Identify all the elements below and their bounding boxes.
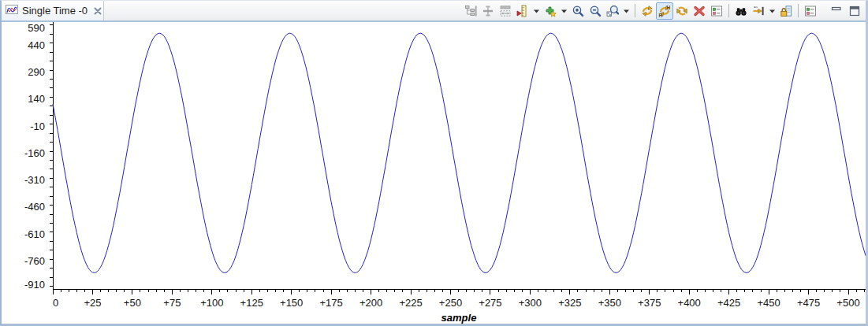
view-menu-icon [804, 5, 817, 17]
toolbar-separator [798, 4, 799, 17]
window-buttons [829, 3, 862, 19]
update-arrows-button[interactable] [673, 2, 691, 20]
minimize-button[interactable] [829, 3, 844, 19]
ruler-marker-dropdown[interactable] [531, 2, 542, 20]
legend-panel-button[interactable] [708, 2, 725, 20]
x-tick-label: +475 [797, 297, 820, 309]
toolbar-separator [635, 4, 635, 17]
x-tick-label: +300 [519, 297, 542, 309]
svg-text:H: H [659, 12, 663, 17]
clear-red-x-icon [693, 5, 706, 17]
x-tick-label: +400 [678, 297, 701, 309]
y-tick-label: 440 [28, 39, 45, 51]
x-tick-label: 0 [53, 297, 58, 309]
tree-layout-icon [464, 5, 477, 17]
x-axis-title: sample [441, 312, 477, 324]
x-tick-label: +100 [200, 297, 223, 309]
ruler-marker-button[interactable] [514, 2, 531, 20]
zoom-in-icon [572, 5, 584, 17]
x-tick-label: +500 [836, 297, 859, 309]
zoom-region-dropdown[interactable] [621, 2, 631, 20]
step-to-edge-icon [752, 5, 765, 17]
chevron-down-icon [769, 5, 776, 17]
binoculars-button[interactable] [732, 2, 750, 20]
clear-red-x-button[interactable] [691, 2, 708, 20]
step-to-edge-dropdown[interactable] [767, 2, 777, 20]
waveform-chart-icon [6, 3, 18, 19]
x-tick-label: +125 [240, 297, 263, 309]
zoom-region-button[interactable] [604, 2, 621, 20]
x-tick-label: +450 [757, 297, 780, 309]
refresh-arrows-button[interactable] [639, 2, 656, 20]
x-tick-label: +150 [280, 297, 303, 309]
step-to-edge-button[interactable] [750, 2, 767, 20]
view-menu-button[interactable] [802, 2, 819, 20]
close-icon[interactable] [91, 5, 104, 17]
zoom-in-button[interactable] [569, 2, 587, 20]
view-toolbar: HH [462, 1, 866, 20]
zoom-out-icon [589, 5, 602, 17]
y-tick-label: 290 [28, 66, 45, 78]
binoculars-icon [735, 5, 747, 17]
y-tick-label: -10 [30, 120, 45, 132]
y-tick-label: -610 [24, 228, 45, 240]
hold-horizontal-icon: HH [658, 5, 671, 17]
ruler-marker-icon [516, 5, 529, 17]
x-tick-label: +375 [638, 297, 661, 309]
toolbar-group [732, 2, 795, 20]
toolbar-group: HH [639, 2, 725, 20]
tree-layout-button[interactable] [462, 2, 479, 20]
x-tick-label: +275 [479, 297, 501, 309]
refresh-arrows-icon [641, 5, 654, 17]
center-align-icon [482, 5, 494, 17]
toolbar-group [802, 2, 819, 20]
update-arrows-icon [676, 5, 688, 17]
x-tick-label: +250 [439, 297, 462, 309]
signal-trace [53, 33, 866, 272]
toolbar-group [462, 2, 631, 20]
add-overlay-button[interactable] [542, 2, 559, 20]
center-align-button[interactable] [479, 2, 497, 20]
waveform-plot[interactable]: sample 590440290140-10-160-310-460-610-7… [2, 22, 866, 324]
toolbar-separator [728, 4, 729, 17]
x-tick-label: +200 [359, 297, 382, 309]
x-tick-label: +50 [124, 297, 141, 309]
chevron-down-icon [533, 5, 540, 17]
fit-width-button[interactable] [497, 2, 514, 20]
tab-title: Single Time -0 [22, 5, 88, 17]
tab-single-time[interactable]: Single Time -0 [2, 1, 104, 20]
chevron-down-icon [623, 5, 630, 17]
x-tick-label: +425 [717, 297, 740, 309]
x-tick-label: +325 [558, 297, 581, 309]
add-overlay-icon [544, 5, 557, 17]
y-tick-label: -310 [24, 174, 45, 186]
view-header: Single Time -0 HH [2, 1, 866, 22]
x-tick-label: +225 [399, 297, 422, 309]
plot-area[interactable]: sample 590440290140-10-160-310-460-610-7… [2, 22, 866, 324]
zoom-region-icon [606, 5, 619, 17]
x-tick-label: +25 [84, 297, 101, 309]
y-tick-label: -760 [24, 255, 45, 267]
y-tick-label: 590 [28, 22, 45, 34]
y-tick-label: -910 [24, 279, 45, 291]
x-tick-label: +350 [598, 297, 621, 309]
hold-horizontal-button[interactable]: HH [656, 2, 673, 20]
lock-panel-icon [780, 5, 792, 17]
x-tick-label: +175 [320, 297, 343, 309]
svg-text:H: H [667, 5, 671, 10]
maximize-button[interactable] [847, 3, 862, 19]
y-tick-label: 140 [28, 93, 45, 105]
fit-width-icon [499, 5, 512, 17]
add-overlay-dropdown[interactable] [559, 2, 569, 20]
x-tick-label: +75 [163, 297, 181, 309]
lock-panel-button[interactable] [777, 2, 795, 20]
zoom-out-button[interactable] [587, 2, 604, 20]
single-time-view-window: Single Time -0 HH [0, 0, 868, 326]
legend-panel-icon [710, 5, 723, 17]
chevron-down-icon [561, 5, 568, 17]
y-tick-label: -460 [24, 201, 45, 213]
y-tick-label: -160 [24, 147, 45, 159]
